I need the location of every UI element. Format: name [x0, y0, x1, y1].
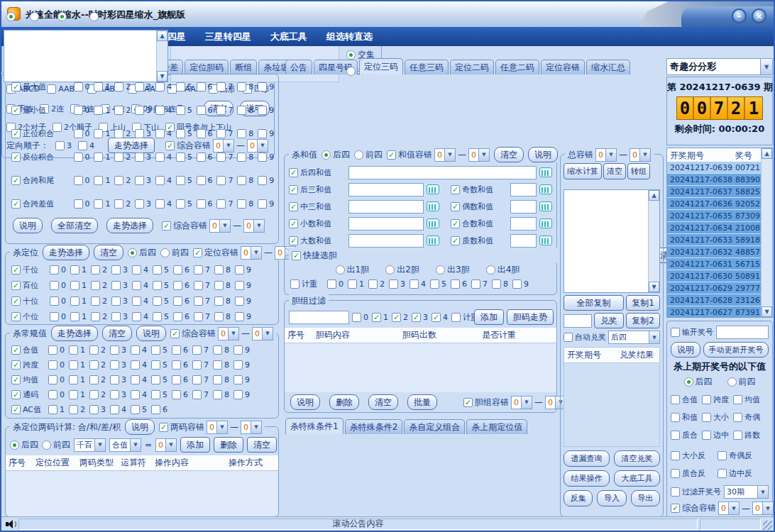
table-row[interactable]: 20241217-063587309	[667, 210, 761, 221]
checkbox-item[interactable]: 1	[348, 279, 368, 289]
clear-button[interactable]: 清空	[603, 163, 626, 179]
checkbox-item[interactable]: 9	[258, 199, 278, 209]
checkbox-item[interactable]: 8	[214, 312, 235, 321]
checkbox-prime-sum[interactable]: 质数和值	[451, 235, 507, 246]
checkbox-item[interactable]: 2	[114, 82, 135, 92]
checkbox-item[interactable]: 7	[216, 129, 237, 138]
checkbox-item[interactable]: 8	[214, 297, 235, 306]
tolerance-from-select[interactable]: 0▼	[595, 148, 617, 162]
checkbox-item[interactable]: 边中反	[718, 465, 764, 482]
checkbox-item[interactable]: 4	[131, 345, 151, 355]
checkbox-item[interactable]: 1	[70, 281, 91, 290]
close-button[interactable]: ×	[752, 9, 766, 23]
checkbox-item[interactable]: 3	[110, 360, 131, 370]
trend-select-button[interactable]: 走势选择	[106, 218, 153, 233]
tab[interactable]: 杀特殊条件2	[345, 419, 403, 434]
dan-trend-button[interactable]: 胆码走势	[507, 309, 554, 325]
clear-button[interactable]: 清空	[102, 326, 132, 341]
checkbox-input-draw[interactable]: 输开奖号	[671, 327, 713, 338]
checkbox-quick-dan[interactable]: 快捷选胆	[292, 250, 337, 262]
dan-table-body[interactable]	[285, 343, 556, 392]
chevron-down-icon[interactable]: ▼	[728, 502, 739, 514]
checkbox-item[interactable]: 7	[216, 199, 237, 209]
keyboard-icon[interactable]	[539, 235, 552, 245]
checkbox-item[interactable]: 1	[70, 312, 91, 321]
odd-sum-input[interactable]	[510, 183, 537, 196]
checkbox-item[interactable]: 9	[258, 129, 278, 138]
mid3-sum-input[interactable]	[348, 200, 424, 214]
checkbox-item[interactable]: 7	[194, 312, 214, 321]
checkbox-item[interactable]: 2	[368, 279, 389, 289]
checkbox-item[interactable]: 1	[69, 360, 89, 370]
checkbox-item[interactable]: 4	[155, 129, 176, 138]
checkbox-item[interactable]: 8	[213, 360, 233, 370]
tab[interactable]: 缩水汇总	[586, 60, 630, 74]
checkbox-item[interactable]: 2	[91, 281, 111, 290]
checkbox-item[interactable]: 反位积合	[11, 152, 74, 162]
checkbox-item[interactable]: 大小	[702, 409, 733, 426]
checkbox-item[interactable]: 9	[512, 279, 533, 289]
radio-2dan[interactable]: 出2胆	[385, 264, 419, 276]
small-sum-input[interactable]	[348, 217, 424, 231]
checkbox-item[interactable]: 2	[114, 176, 135, 185]
minimize-button[interactable]: –	[732, 9, 747, 23]
checkbox-item[interactable]: 7	[192, 345, 213, 355]
checkbox-item[interactable]: 最小值	[11, 105, 74, 116]
chevron-down-icon[interactable]: ▼	[478, 149, 489, 161]
tolerance-from-select[interactable]: 0▼	[434, 148, 456, 162]
checkbox-item[interactable]: 8	[213, 390, 233, 399]
table-row[interactable]: 20241217-062823126	[667, 294, 761, 306]
checkbox-item[interactable]: 0	[50, 297, 70, 306]
checkbox-item[interactable]: 0	[74, 129, 94, 138]
checkbox-item[interactable]: 计重	[290, 279, 327, 289]
checkbox-item[interactable]: 奇偶	[733, 409, 764, 426]
tolerance-to-select[interactable]: 0▼	[630, 148, 651, 162]
help-button[interactable]: 说明	[671, 342, 700, 358]
checkbox-item[interactable]: 4	[131, 390, 151, 399]
checkbox-item[interactable]: 6	[172, 345, 192, 355]
checkbox-item[interactable]: 2	[91, 312, 111, 321]
lottery-select[interactable]: 奇趣分分彩 ▼	[666, 58, 773, 75]
checkbox-item[interactable]: 8	[237, 129, 258, 138]
radio-3dan[interactable]: 出3胆	[436, 264, 470, 276]
checkbox-item[interactable]: 跨度	[702, 391, 733, 409]
checkbox-item[interactable]: 7	[194, 281, 214, 290]
tab[interactable]: 定位二码	[450, 60, 494, 74]
checkbox-item[interactable]: 1	[94, 153, 114, 162]
clear-all-button[interactable]: 全部清空	[51, 218, 98, 233]
checkbox-item[interactable]: 5	[176, 82, 197, 92]
tab[interactable]: 断组	[230, 60, 257, 74]
tolerance-to-select[interactable]: 0▼	[752, 501, 774, 515]
checkbox-item[interactable]: 5	[151, 390, 172, 399]
checkbox-item[interactable]: 5	[176, 176, 197, 185]
checkbox-item[interactable]: 6	[451, 279, 471, 289]
radio-last4[interactable]: 后四	[321, 149, 350, 161]
table-row[interactable]: 20241217-063900721	[667, 162, 761, 173]
checkbox-item[interactable]: 6	[172, 360, 192, 370]
chevron-down-icon[interactable]: ▼	[605, 149, 616, 161]
checkbox-item[interactable]: 正位积合	[11, 128, 74, 139]
clear-button[interactable]: 清空	[494, 147, 524, 162]
checkbox-item[interactable]: 8	[213, 345, 233, 355]
trend-select-button[interactable]: 走势选择	[43, 245, 89, 260]
checkbox-item[interactable]: 最大值	[11, 82, 74, 92]
missing-query-button[interactable]: 遗漏查询	[564, 450, 610, 467]
checkbox-item[interactable]: 3	[111, 265, 132, 275]
checkbox-item[interactable]: 0	[74, 176, 94, 185]
checkbox-item[interactable]: 6	[197, 106, 217, 115]
checkbox-item[interactable]: 4	[155, 82, 176, 92]
checkbox-item[interactable]: 2	[91, 265, 111, 275]
menu-tools[interactable]: 大底工具	[270, 31, 307, 43]
tolerance-checkbox[interactable]	[387, 150, 396, 160]
result-ops-button[interactable]: 结果操作	[564, 470, 610, 487]
checkbox-item[interactable]: 6	[197, 129, 217, 138]
checkbox-item[interactable]: 1	[94, 82, 114, 92]
tolerance-to-select[interactable]: 0▼	[243, 219, 265, 233]
checkbox-item[interactable]: 4	[155, 106, 176, 115]
checkbox-item[interactable]: AC值	[11, 404, 48, 415]
checkbox-auto-redeem[interactable]: 自动兑奖	[564, 332, 606, 343]
tolerance-from-select[interactable]: 0▼	[718, 501, 740, 515]
checkbox-item[interactable]: 7	[471, 279, 492, 289]
checkbox-item[interactable]: 跨度	[11, 360, 48, 370]
help-button[interactable]: 说明	[125, 419, 155, 435]
